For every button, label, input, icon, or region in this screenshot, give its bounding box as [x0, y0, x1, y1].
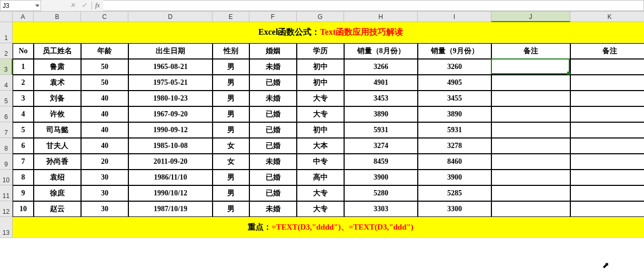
cell[interactable]: 40: [81, 91, 128, 106]
cell[interactable]: [491, 138, 570, 154]
header-cell[interactable]: 年龄: [81, 43, 128, 59]
cell[interactable]: 已婚: [249, 75, 297, 91]
cell[interactable]: 20: [81, 154, 128, 170]
cell[interactable]: 女: [213, 138, 249, 154]
confirm-icon[interactable]: ✓: [80, 2, 88, 9]
cell[interactable]: 初中: [297, 75, 344, 91]
cell[interactable]: 男: [213, 91, 249, 106]
cell[interactable]: 30: [81, 185, 128, 201]
cell[interactable]: 5931: [418, 122, 491, 138]
cell[interactable]: 4901: [344, 75, 418, 91]
cell[interactable]: 徐庶: [34, 185, 81, 201]
cell[interactable]: 9: [13, 185, 34, 201]
cell[interactable]: 8: [13, 170, 34, 185]
cell[interactable]: 男: [213, 75, 249, 91]
cell[interactable]: 鲁肃: [34, 59, 81, 75]
cell[interactable]: 3890: [418, 106, 491, 122]
cell[interactable]: 未婚: [249, 201, 297, 217]
cell[interactable]: 50: [81, 75, 128, 91]
cell[interactable]: 3900: [344, 170, 418, 185]
cell[interactable]: 高中: [297, 170, 344, 185]
cell[interactable]: 40: [81, 138, 128, 154]
column-header-I[interactable]: I: [418, 12, 491, 22]
column-header-B[interactable]: B: [34, 12, 81, 22]
header-cell[interactable]: No: [13, 43, 34, 59]
cell[interactable]: 司马懿: [34, 122, 81, 138]
row-header-10[interactable]: 10: [0, 170, 13, 185]
cell[interactable]: 3: [13, 91, 34, 106]
cell[interactable]: 男: [213, 59, 249, 75]
cell[interactable]: 大专: [297, 106, 344, 122]
cell[interactable]: 已婚: [249, 138, 297, 154]
cell[interactable]: 男: [213, 201, 249, 217]
cell[interactable]: 刘备: [34, 91, 81, 106]
cell[interactable]: [491, 106, 570, 122]
cell[interactable]: 3455: [418, 91, 491, 106]
header-cell[interactable]: 婚姻: [249, 43, 297, 59]
cell[interactable]: 40: [81, 106, 128, 122]
column-header-D[interactable]: D: [128, 12, 213, 22]
cell[interactable]: [491, 91, 570, 106]
cell[interactable]: 8460: [418, 154, 491, 170]
cell[interactable]: 已婚: [249, 122, 297, 138]
cell[interactable]: 30: [81, 170, 128, 185]
cell[interactable]: 中专: [297, 154, 344, 170]
cell[interactable]: 甘夫人: [34, 138, 81, 154]
cell[interactable]: 男: [213, 122, 249, 138]
cell[interactable]: 1985-10-08: [128, 138, 213, 154]
cell[interactable]: 3890: [344, 106, 418, 122]
header-cell[interactable]: 备注: [570, 43, 644, 59]
cell[interactable]: [491, 75, 570, 91]
footer-cell[interactable]: 重点：=TEXT(D3,"dddd")、=TEXT(D3,"ddd"): [13, 217, 644, 238]
cell[interactable]: 已婚: [249, 170, 297, 185]
row-header-6[interactable]: 6: [0, 106, 13, 122]
cell[interactable]: 1986/11/10: [128, 170, 213, 185]
header-cell[interactable]: 销量（9月份）: [418, 43, 491, 59]
cell[interactable]: 5285: [418, 185, 491, 201]
cell[interactable]: 3300: [418, 201, 491, 217]
cell[interactable]: 3453: [344, 91, 418, 106]
cell[interactable]: 已婚: [249, 185, 297, 201]
cell[interactable]: 大专: [297, 91, 344, 106]
header-cell[interactable]: 备注: [491, 43, 570, 59]
cell[interactable]: 7: [13, 154, 34, 170]
title-cell[interactable]: Excel函数公式：Text函数应用技巧解读: [13, 22, 644, 43]
cell[interactable]: [570, 201, 644, 217]
cell[interactable]: 3274: [344, 138, 418, 154]
header-cell[interactable]: 性别: [213, 43, 249, 59]
column-header-F[interactable]: F: [249, 12, 297, 22]
header-cell[interactable]: 员工姓名: [34, 43, 81, 59]
cell[interactable]: 3266: [344, 59, 418, 75]
cell[interactable]: 50: [81, 59, 128, 75]
cell[interactable]: 大专: [297, 185, 344, 201]
cell[interactable]: 3303: [344, 201, 418, 217]
cell[interactable]: 6: [13, 138, 34, 154]
cell[interactable]: 已婚: [249, 106, 297, 122]
column-header-K[interactable]: K: [570, 12, 644, 22]
cell[interactable]: 大本: [297, 138, 344, 154]
cell[interactable]: 初中: [297, 59, 344, 75]
row-header-1[interactable]: 1: [0, 22, 13, 43]
cell[interactable]: [491, 170, 570, 185]
cell[interactable]: [491, 154, 570, 170]
cell[interactable]: 1990-09-12: [128, 122, 213, 138]
cell[interactable]: 5280: [344, 185, 418, 201]
cell[interactable]: [570, 138, 644, 154]
cell[interactable]: 4: [13, 106, 34, 122]
column-header-C[interactable]: C: [81, 12, 128, 22]
cell[interactable]: [570, 154, 644, 170]
column-header-G[interactable]: G: [297, 12, 344, 22]
cell[interactable]: 孙尚香: [34, 154, 81, 170]
cell[interactable]: 未婚: [249, 59, 297, 75]
cell[interactable]: [491, 185, 570, 201]
cell[interactable]: 3278: [418, 138, 491, 154]
grid[interactable]: Excel函数公式：Text函数应用技巧解读No员工姓名年龄出生日期性别婚姻学历…: [13, 22, 644, 238]
cell[interactable]: [491, 59, 570, 75]
cell[interactable]: [570, 59, 644, 75]
header-cell[interactable]: 出生日期: [128, 43, 213, 59]
cell[interactable]: 赵云: [34, 201, 81, 217]
cell[interactable]: [570, 91, 644, 106]
cell[interactable]: 1: [13, 59, 34, 75]
cell[interactable]: 袁绍: [34, 170, 81, 185]
cell[interactable]: [570, 185, 644, 201]
